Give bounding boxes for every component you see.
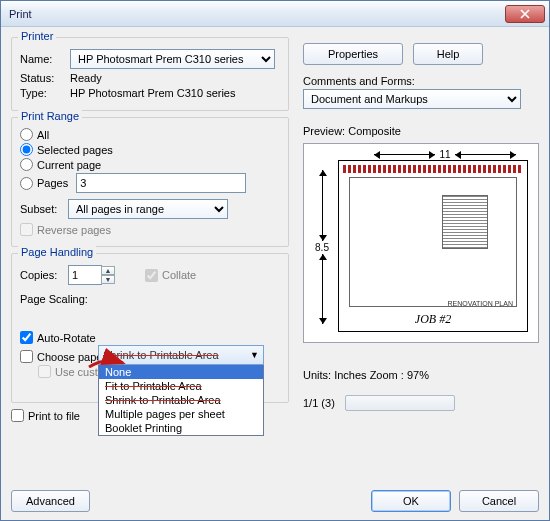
dim-width: 11 bbox=[374, 148, 516, 160]
comments-label: Comments and Forms: bbox=[303, 75, 539, 87]
titlebar: Print bbox=[1, 1, 549, 27]
status-label: Status: bbox=[20, 72, 70, 84]
printer-group: Printer Name: HP Photosmart Prem C310 se… bbox=[11, 37, 289, 111]
help-button[interactable]: Help bbox=[413, 43, 483, 65]
close-button[interactable] bbox=[505, 5, 545, 23]
preview-box: 11 8.5 RENOVATION PLAN JOB #2 bbox=[303, 143, 539, 343]
range-legend: Print Range bbox=[18, 110, 82, 122]
print-range-group: Print Range All Selected pages Current p… bbox=[11, 117, 289, 247]
scaling-option-fit[interactable]: Fit to Printable Area bbox=[99, 379, 263, 393]
scaling-label: Page Scaling: bbox=[20, 293, 95, 305]
page-indicator: 1/1 (3) bbox=[303, 397, 335, 409]
properties-button[interactable]: Properties bbox=[303, 43, 403, 65]
pages-input[interactable] bbox=[76, 173, 246, 193]
units-label: Units: Inches Zoom : 97% bbox=[303, 369, 539, 381]
window-title: Print bbox=[9, 8, 505, 20]
radio-selected[interactable]: Selected pages bbox=[20, 143, 280, 156]
scaling-option-none[interactable]: None bbox=[99, 365, 263, 379]
type-value: HP Photosmart Prem C310 series bbox=[70, 87, 235, 99]
preview-label: Preview: Composite bbox=[303, 125, 539, 137]
chevron-down-icon: ▼ bbox=[250, 350, 259, 360]
preview-plan: RENOVATION PLAN JOB #2 bbox=[338, 160, 528, 332]
status-value: Ready bbox=[70, 72, 102, 84]
dim-height: 8.5 bbox=[312, 170, 332, 324]
radio-pages[interactable]: Pages bbox=[20, 173, 280, 193]
spin-down-icon[interactable]: ▼ bbox=[101, 275, 115, 284]
page-slider[interactable] bbox=[345, 395, 455, 411]
cancel-button[interactable]: Cancel bbox=[459, 490, 539, 512]
radio-current[interactable]: Current page bbox=[20, 158, 280, 171]
type-label: Type: bbox=[20, 87, 70, 99]
subset-label: Subset: bbox=[20, 203, 68, 215]
auto-rotate-check[interactable]: Auto-Rotate bbox=[20, 331, 280, 344]
copies-spinner[interactable]: ▲▼ bbox=[68, 265, 115, 285]
spin-up-icon[interactable]: ▲ bbox=[101, 266, 115, 275]
close-icon bbox=[520, 9, 530, 19]
ok-button[interactable]: OK bbox=[371, 490, 451, 512]
printer-legend: Printer bbox=[18, 30, 56, 42]
page-scaling-select[interactable]: Shrink to Printable Area ▼ None Fit to P… bbox=[98, 345, 264, 436]
collate-check: Collate bbox=[145, 269, 196, 282]
printer-name-select[interactable]: HP Photosmart Prem C310 series bbox=[70, 49, 275, 69]
comments-select[interactable]: Document and Markups bbox=[303, 89, 521, 109]
scaling-option-shrink[interactable]: Shrink to Printable Area bbox=[99, 393, 263, 407]
radio-all[interactable]: All bbox=[20, 128, 280, 141]
name-label: Name: bbox=[20, 53, 70, 65]
advanced-button[interactable]: Advanced bbox=[11, 490, 90, 512]
copies-label: Copies: bbox=[20, 269, 68, 281]
scaling-option-booklet[interactable]: Booklet Printing bbox=[99, 421, 263, 435]
reverse-check: Reverse pages bbox=[20, 223, 280, 236]
scaling-option-multi[interactable]: Multiple pages per sheet bbox=[99, 407, 263, 421]
subset-select[interactable]: All pages in range bbox=[68, 199, 228, 219]
handling-legend: Page Handling bbox=[18, 246, 96, 258]
